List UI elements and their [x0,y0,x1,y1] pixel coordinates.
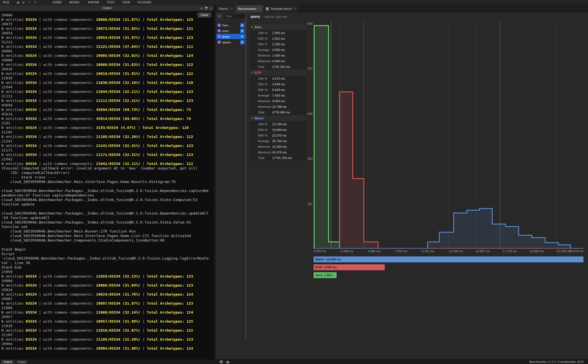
log-line: N entities 65534 | with common component… [1,144,214,148]
stats-section-matter[interactable]: ▾Matter [250,115,306,121]
menu-model[interactable]: MODEL [69,1,80,4]
stat-value: 4.548 ms [272,82,285,86]
run-benchmark-button[interactable]: ▶ [240,34,245,39]
log-line: :50 function updateAll [1,216,214,220]
legend-bar-matter[interactable]: Matter: 16.896 ms [314,256,583,262]
output-log[interactable]: Clear 20886N entities 65534 | with commo… [0,11,214,359]
stats-section-jecs[interactable]: ▾Jecs [250,24,306,30]
menu-file[interactable]: FILE [3,1,9,4]
stat-value: 13.795 ms [272,122,287,126]
stat-label: 50th % [250,37,272,40]
redo-icon[interactable]: ↷ [34,0,36,5]
log-line: tal', Line 30 [1,261,214,265]
chevron-down-icon: ▾ [251,26,253,28]
menu-plugins[interactable]: PLUGINS [138,1,151,4]
log-line: 20866 [1,279,214,283]
stats-row: Total17741.709 ms [250,155,306,160]
stat-value: 1.591 ms [272,37,285,40]
log-line: 21036 [1,76,214,81]
panel-splitter[interactable] [214,5,216,359]
benchmark-list: Tem...▶inser...▶query▶spawn▶ [216,23,245,45]
run-benchmark-button[interactable]: ▶ [240,29,245,33]
settings-gear-icon[interactable] [219,360,223,364]
menu-test[interactable]: TEST [107,1,115,4]
bottom-tab-bar: OutputOutput [1,360,28,364]
stats-row: 50th %1.591 ms [250,36,306,41]
log-line: 21060 [1,306,214,310]
stat-label: Total [250,156,272,160]
stat-label: Maximum [250,105,272,108]
chart-icon[interactable] [226,360,230,364]
close-icon[interactable]: × [210,5,212,11]
chevron-down-icon: ▾ [251,71,253,74]
benchmark-item-inser[interactable]: inser...▶ [216,28,245,34]
tab-place1[interactable]: Place1× [216,5,236,12]
legend-bar-ecr[interactable]: ECR: 4.548 ms [314,264,385,270]
benchmark-item-spawn[interactable]: spawn▶ [216,39,245,45]
stat-label: Average [250,139,272,143]
output-titlebar: Output ▾ × [0,5,214,11]
close-icon[interactable]: × [231,7,233,11]
legend-bar-jecs[interactable]: Jecs: 1.591... [314,272,337,278]
stat-value: 12.050 ms [272,145,287,148]
benchmark-item-tem[interactable]: Tem...▶ [216,23,245,28]
stat-label: Total [250,65,272,68]
log-line: 20873 [1,22,214,26]
log-line: N entities 65534 | with common component… [1,35,214,40]
run-benchmark-button[interactable]: ▶ [240,40,245,44]
x-axis-label: 4.896 ms [368,249,380,253]
stat-label: 50th % [250,128,272,131]
histogram-chart: 9097275453631810.000 ms2.448 ms4.896 ms7… [307,12,588,359]
filter-input[interactable] [224,14,246,19]
log-line: N entities 65534 | with common component… [1,53,214,58]
list-scrollbar[interactable] [245,13,246,340]
save-icon[interactable]: ▦ [17,0,19,5]
log-line: function update [1,202,214,207]
benchmark-label: inser... [222,29,240,33]
quick-access-toolbar: ▦▶↶↷ [17,0,36,5]
tab-label: Place1 [219,7,229,10]
run-benchmark-button[interactable]: ▶ [240,23,245,28]
close-icon[interactable]: × [294,7,296,11]
menu-view[interactable]: VIEW [122,1,130,4]
close-icon[interactable]: × [259,7,261,11]
log-line: N entities 65534 | with common component… [1,319,214,324]
tab-template-bench[interactable]: Template.bench× [263,5,299,12]
stats-row: 90th %5.644 ms [250,87,306,92]
log-line: N entities 65534 | with common component… [1,72,214,76]
stats-row: Average7.426 ms [250,93,306,98]
clear-button[interactable]: Clear [198,12,211,17]
status-bar: OutputOutput Benchmarker v7.2.0, © boatb… [0,359,588,364]
log-line: 21105 [1,130,214,135]
stats-section-ecr[interactable]: ▾ECR [250,70,306,75]
log-line: Stack End [1,265,214,270]
stats-row: Maximum10.798 ms [250,104,306,109]
bottom-tab-output[interactable]: Output [15,360,28,364]
dropdown-icon[interactable]: ▾ [201,5,202,11]
benchmark-item-query[interactable]: query▶ [216,34,245,39]
log-line: N entities 65534 | with common component… [1,346,214,351]
y-axis-label: 545 [307,112,312,115]
run-icon[interactable]: ▶ [23,0,25,5]
log-line: N entities 65534 | with common component… [1,292,214,297]
roblox-studio-window: FILE ▦▶↶↷ HOMEMODELAVATARTESTVIEWPLUGINS… [0,0,588,364]
stats-row: Total1726.163 ms [250,64,306,69]
bottom-tab-output[interactable]: Output [1,360,14,364]
stat-value: 4.054 ms [272,99,285,103]
stats-row: Total4778.496 ms [250,110,306,115]
menu-home[interactable]: HOME [53,1,62,4]
log-line: 20954 [1,31,214,35]
undo-icon[interactable]: ↶ [28,0,30,5]
log-line: N entities 65534 | with common component… [1,162,214,166]
float-window-icon[interactable] [205,7,208,9]
log-line: N entities 65534 | with common component… [1,126,214,130]
x-axis-label: 9.791 ms [422,249,434,253]
stats-row: Minimum12.050 ms [250,144,306,149]
log-line: N entities 65534 | with common component… [1,135,214,139]
stat-label: Average [250,94,272,97]
tab-benchmarker[interactable]: Benchmarker× [236,5,263,12]
add-benchmark-button[interactable]: + [217,14,222,19]
log-line: 45694 [1,103,214,108]
menu-avatar[interactable]: AVATAR [88,1,99,4]
log-line [1,207,214,211]
